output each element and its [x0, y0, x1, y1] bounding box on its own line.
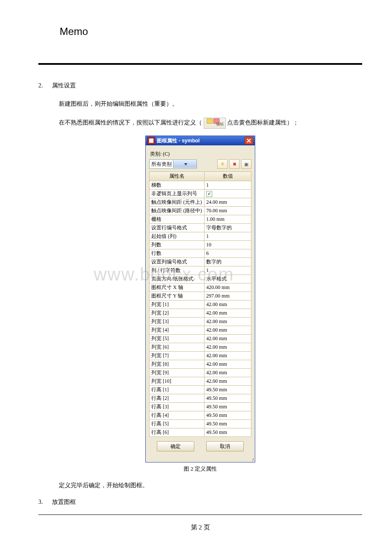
- new-property-icon[interactable]: [217, 159, 228, 169]
- table-row[interactable]: 图框尺寸 Y 轴297.00 mm: [150, 292, 251, 301]
- app-icon: [147, 137, 155, 145]
- table-row[interactable]: 设置行编号格式字母数字的: [150, 224, 251, 232]
- prop-value[interactable]: 49.50 mm: [205, 386, 251, 394]
- prop-value[interactable]: 49.50 mm: [205, 403, 251, 411]
- table-row[interactable]: 列宽 [1]42.00 mm: [150, 301, 251, 309]
- table-row[interactable]: 列 / 行字符数1: [150, 266, 251, 275]
- more-icon[interactable]: [241, 159, 251, 169]
- prop-value[interactable]: 42.00 mm: [205, 369, 251, 377]
- para-2b: 点击黄色图标新建属性）；: [227, 119, 299, 126]
- section-num-3: 3.: [38, 499, 50, 506]
- prop-name: 行高 [4]: [150, 411, 205, 420]
- table-row[interactable]: 行高 [6]49.50 mm: [150, 428, 251, 437]
- prop-value[interactable]: 1: [205, 232, 251, 241]
- checkbox-checked-icon[interactable]: ✔: [206, 191, 212, 197]
- dialog-titlebar: 图框属性 - symbol: [146, 136, 255, 145]
- close-icon[interactable]: [245, 137, 253, 145]
- table-row[interactable]: 触点映像间距 (路径中)70.00 mm: [150, 207, 251, 215]
- table-row[interactable]: 行高 [4]49.50 mm: [150, 411, 251, 420]
- prop-value[interactable]: 42.00 mm: [205, 318, 251, 326]
- table-row[interactable]: 列宽 [6]42.00 mm: [150, 343, 251, 352]
- prop-value[interactable]: 42.00 mm: [205, 335, 251, 343]
- table-row[interactable]: 页面方向/纸张格式水平格式: [150, 275, 251, 283]
- table-row[interactable]: 列宽 [3]42.00 mm: [150, 318, 251, 326]
- table-row[interactable]: 梯数1: [150, 181, 251, 190]
- para-1: 新建图框后，则开始编辑图框属性（重要）。: [59, 98, 362, 110]
- prop-value[interactable]: 42.00 mm: [205, 309, 251, 318]
- prop-value[interactable]: 49.50 mm: [205, 420, 251, 428]
- page-footer: 第 2 页: [38, 523, 362, 532]
- prop-value[interactable]: 水平格式: [205, 275, 251, 283]
- prop-name: 列宽 [9]: [150, 369, 205, 377]
- figure-caption: 图 2 定义属性: [145, 465, 255, 473]
- prop-value[interactable]: ✔: [205, 190, 251, 198]
- chevron-down-icon[interactable]: [173, 160, 197, 168]
- prop-value[interactable]: 24.00 mm: [205, 198, 251, 207]
- table-row[interactable]: 列宽 [2]42.00 mm: [150, 309, 251, 318]
- ok-button[interactable]: 确定: [157, 441, 194, 451]
- table-row[interactable]: 设置列编号格式数字的: [150, 258, 251, 266]
- prop-name: 列宽 [5]: [150, 335, 205, 343]
- prop-value[interactable]: 42.00 mm: [205, 301, 251, 309]
- col-value-header: 数值: [205, 172, 251, 181]
- prop-name: 列宽 [3]: [150, 318, 205, 326]
- table-row[interactable]: 行高 [5]49.50 mm: [150, 420, 251, 428]
- prop-name: 列宽 [2]: [150, 309, 205, 318]
- delete-property-icon[interactable]: [229, 159, 239, 169]
- prop-name: 列宽 [10]: [150, 377, 205, 386]
- table-row[interactable]: 列宽 [4]42.00 mm: [150, 326, 251, 335]
- prop-name: 行高 [1]: [150, 386, 205, 394]
- table-row[interactable]: 栅格1.00 mm: [150, 215, 251, 224]
- table-row[interactable]: 图框尺寸 X 轴420.00 mm: [150, 283, 251, 292]
- prop-name: 列 / 行字符数: [150, 266, 205, 275]
- resize-grip-icon[interactable]: ///: [146, 457, 255, 462]
- prop-name: 列宽 [7]: [150, 352, 205, 360]
- table-row[interactable]: 列宽 [10]42.00 mm: [150, 377, 251, 386]
- table-row[interactable]: 非逻辑页上显示列号✔: [150, 190, 251, 198]
- prop-value[interactable]: 字母数字的: [205, 224, 251, 232]
- table-row[interactable]: 列宽 [8]42.00 mm: [150, 360, 251, 369]
- prop-value[interactable]: 42.00 mm: [205, 377, 251, 386]
- section-title-3: 放置图框: [52, 499, 76, 505]
- prop-value[interactable]: 42.00 mm: [205, 326, 251, 335]
- prop-value[interactable]: 6: [205, 249, 251, 258]
- table-row[interactable]: 列宽 [7]42.00 mm: [150, 352, 251, 360]
- prop-name: 行高 [5]: [150, 420, 205, 428]
- table-row[interactable]: 行数6: [150, 249, 251, 258]
- prop-value[interactable]: 297.00 mm: [205, 292, 251, 301]
- prop-value[interactable]: 1.00 mm: [205, 215, 251, 224]
- table-row[interactable]: 列宽 [9]42.00 mm: [150, 369, 251, 377]
- table-row[interactable]: 行高 [3]49.50 mm: [150, 403, 251, 411]
- prop-name: 行数: [150, 249, 205, 258]
- prop-value[interactable]: 1: [205, 266, 251, 275]
- prop-value[interactable]: 70.00 mm: [205, 207, 251, 215]
- prop-name: 触点映像间距 (路径中): [150, 207, 205, 215]
- prop-value[interactable]: 数字的: [205, 258, 251, 266]
- table-row[interactable]: 行高 [2]49.50 mm: [150, 394, 251, 403]
- prop-value[interactable]: 42.00 mm: [205, 343, 251, 352]
- prop-name: 栅格: [150, 215, 205, 224]
- table-row[interactable]: 触点映像间距 (元件上)24.00 mm: [150, 198, 251, 207]
- prop-value[interactable]: 49.50 mm: [205, 411, 251, 420]
- table-row[interactable]: 列数10: [150, 241, 251, 249]
- prop-value[interactable]: 49.50 mm: [205, 428, 251, 437]
- prop-value[interactable]: 42.00 mm: [205, 360, 251, 369]
- section-3-heading: 3. 放置图框: [38, 498, 362, 506]
- table-row[interactable]: 起始值 (列)1: [150, 232, 251, 241]
- prop-name: 列宽 [1]: [150, 301, 205, 309]
- section-2-heading: 2. 属性设置: [38, 82, 362, 90]
- prop-value[interactable]: 10: [205, 241, 251, 249]
- category-select[interactable]: 所有类别: [149, 159, 197, 169]
- dialog-title: 图框属性 - symbol: [157, 137, 245, 145]
- para-after-fig: 定义完毕后确定，开始绘制图框。: [59, 480, 362, 491]
- prop-value[interactable]: 49.50 mm: [205, 394, 251, 403]
- section-title: 属性设置: [52, 82, 76, 89]
- prop-value[interactable]: 42.00 mm: [205, 352, 251, 360]
- table-row[interactable]: 列宽 [5]42.00 mm: [150, 335, 251, 343]
- prop-name: 非逻辑页上显示列号: [150, 190, 205, 198]
- prop-value[interactable]: 420.00 mm: [205, 283, 251, 292]
- prop-value[interactable]: 1: [205, 181, 251, 190]
- cancel-button[interactable]: 取消: [206, 441, 244, 451]
- table-row[interactable]: 行高 [1]49.50 mm: [150, 386, 251, 394]
- inline-icon-label: 编辑: [216, 120, 224, 128]
